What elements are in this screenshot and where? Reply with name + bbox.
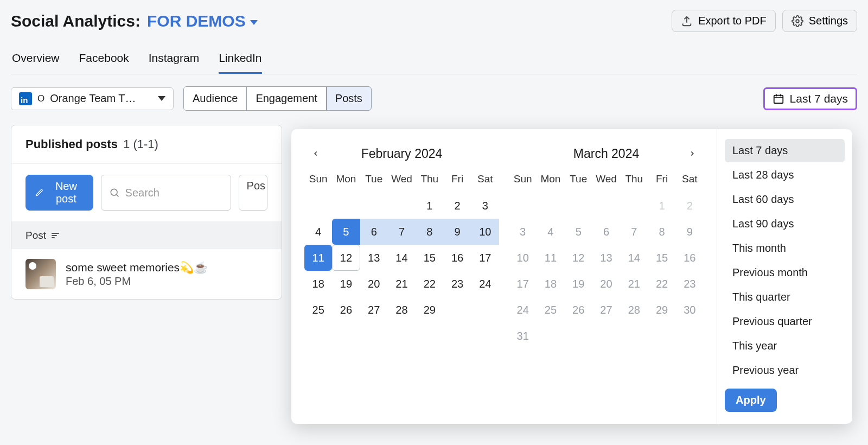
calendar-day[interactable]: 29 bbox=[416, 297, 443, 300]
date-range-button[interactable]: Last 7 days bbox=[763, 87, 857, 110]
calendar-day[interactable]: 17 bbox=[471, 245, 499, 271]
calendar-day[interactable]: 26 bbox=[565, 297, 592, 300]
calendar-day[interactable]: 2 bbox=[676, 193, 704, 219]
calendar-day[interactable]: 1 bbox=[416, 193, 443, 219]
calendar-day[interactable]: 24 bbox=[509, 297, 537, 300]
calendar-day[interactable]: 9 bbox=[443, 219, 471, 245]
calendar-day[interactable]: 23 bbox=[443, 271, 471, 297]
calendar-day[interactable]: 13 bbox=[360, 245, 388, 271]
account-selector[interactable]: in O Orange Team T… bbox=[11, 87, 174, 110]
calendar-prev-button[interactable] bbox=[308, 145, 324, 162]
calendar-day[interactable]: 26 bbox=[332, 297, 360, 300]
calendar-day[interactable]: 28 bbox=[620, 297, 648, 300]
calendar-day[interactable]: 5 bbox=[565, 219, 592, 245]
calendar-day[interactable]: 8 bbox=[416, 219, 443, 245]
calendar-day[interactable]: 21 bbox=[388, 271, 416, 297]
calendar-day[interactable]: 1 bbox=[648, 193, 675, 219]
calendar-day[interactable]: 18 bbox=[304, 271, 332, 297]
calendar-day[interactable]: 16 bbox=[443, 245, 471, 271]
settings-button[interactable]: Settings bbox=[782, 10, 857, 32]
calendar-day[interactable]: 12 bbox=[565, 245, 592, 271]
preset-option[interactable]: Last 7 days bbox=[725, 139, 845, 162]
calendar-day[interactable]: 25 bbox=[537, 297, 564, 300]
segment-engagement[interactable]: Engagement bbox=[247, 87, 326, 110]
calendar-day[interactable]: 11 bbox=[537, 245, 564, 271]
chevron-down-icon bbox=[158, 96, 165, 101]
calendar-day[interactable]: 13 bbox=[592, 245, 620, 271]
calendar-day[interactable]: 22 bbox=[416, 271, 443, 297]
calendar-day[interactable]: 30 bbox=[676, 297, 704, 300]
dow-label: Thu bbox=[416, 171, 443, 187]
preset-option[interactable]: This quarter bbox=[725, 285, 845, 300]
calendar-day[interactable]: 15 bbox=[416, 245, 443, 271]
calendar-day[interactable]: 28 bbox=[388, 297, 416, 300]
tab-linkedin[interactable]: LinkedIn bbox=[219, 52, 261, 74]
tab-facebook[interactable]: Facebook bbox=[79, 52, 129, 74]
calendar-day[interactable]: 22 bbox=[648, 271, 675, 297]
calendar-day[interactable]: 23 bbox=[676, 271, 704, 297]
calendar-day[interactable]: 14 bbox=[620, 245, 648, 271]
calendar-day[interactable]: 6 bbox=[360, 219, 388, 245]
calendar-day[interactable]: 12 bbox=[332, 245, 360, 271]
project-selector[interactable]: FOR DEMOS bbox=[147, 12, 258, 30]
calendar-day[interactable]: 21 bbox=[620, 271, 648, 297]
calendar-day[interactable]: 27 bbox=[360, 297, 388, 300]
calendar-day[interactable]: 25 bbox=[304, 297, 332, 300]
calendar-day[interactable]: 19 bbox=[332, 271, 360, 297]
calendar-day[interactable]: 4 bbox=[537, 219, 564, 245]
table-row[interactable]: some sweet memories💫☕Feb 6, 05 PM bbox=[11, 249, 282, 299]
search-icon bbox=[109, 187, 120, 198]
preset-option[interactable]: Last 60 days bbox=[725, 188, 845, 211]
tab-instagram[interactable]: Instagram bbox=[149, 52, 199, 74]
tab-overview[interactable]: Overview bbox=[12, 52, 60, 74]
calendar-day[interactable]: 2 bbox=[443, 193, 471, 219]
table-header[interactable]: Post bbox=[11, 222, 282, 249]
calendar-day[interactable]: 9 bbox=[676, 219, 704, 245]
calendar-day[interactable]: 7 bbox=[620, 219, 648, 245]
calendar-day[interactable]: 6 bbox=[592, 219, 620, 245]
search-input[interactable]: Search bbox=[101, 175, 231, 211]
calendar-day[interactable]: 20 bbox=[592, 271, 620, 297]
month-title: February 2024 bbox=[304, 147, 499, 161]
export-pdf-button[interactable]: Export to PDF bbox=[672, 10, 776, 32]
pencil-icon bbox=[35, 187, 43, 198]
calendar-day[interactable]: 3 bbox=[509, 219, 537, 245]
calendar-day[interactable]: 15 bbox=[648, 245, 675, 271]
date-range-label: Last 7 days bbox=[790, 92, 848, 105]
segment-audience[interactable]: Audience bbox=[184, 87, 247, 110]
calendar-day[interactable]: 18 bbox=[537, 271, 564, 297]
calendar-day[interactable]: 16 bbox=[676, 245, 704, 271]
new-post-button[interactable]: New post bbox=[25, 175, 93, 211]
preset-option[interactable]: This month bbox=[725, 237, 845, 260]
preset-option[interactable]: Previous month bbox=[725, 261, 845, 284]
calendar-day[interactable]: 17 bbox=[509, 271, 537, 297]
calendar-day[interactable]: 8 bbox=[648, 219, 675, 245]
calendar-day[interactable]: 14 bbox=[388, 245, 416, 271]
filter-dropdown-cut[interactable]: Pos bbox=[239, 175, 267, 211]
gear-icon bbox=[792, 15, 803, 27]
dow-label: Mon bbox=[332, 171, 360, 187]
calendar-day[interactable]: 20 bbox=[360, 271, 388, 297]
calendar-day[interactable]: 19 bbox=[565, 271, 592, 297]
preset-option[interactable]: Last 28 days bbox=[725, 163, 845, 187]
dow-label: Tue bbox=[565, 171, 592, 187]
calendar-day[interactable]: 10 bbox=[471, 219, 499, 245]
segment-posts[interactable]: Posts bbox=[326, 86, 372, 111]
calendar-day[interactable]: 5 bbox=[332, 219, 360, 245]
calendar-day[interactable]: 3 bbox=[471, 193, 499, 219]
calendar-day[interactable]: 10 bbox=[509, 245, 537, 271]
calendar-day[interactable]: 11 bbox=[304, 245, 332, 271]
calendar-day[interactable]: 29 bbox=[648, 297, 675, 300]
date-presets: Last 7 daysLast 28 daysLast 60 daysLast … bbox=[717, 129, 852, 300]
calendar-day[interactable]: 24 bbox=[471, 271, 499, 297]
calendar-day[interactable]: 4 bbox=[304, 219, 332, 245]
preset-option[interactable]: Last 90 days bbox=[725, 212, 845, 236]
calendar-next-button[interactable] bbox=[684, 145, 700, 162]
dow-label: Sun bbox=[304, 171, 332, 187]
calendar-day[interactable]: 7 bbox=[388, 219, 416, 245]
dow-label: Sun bbox=[509, 171, 537, 187]
calendar-day[interactable]: 27 bbox=[592, 297, 620, 300]
post-date: Feb 6, 05 PM bbox=[66, 275, 208, 288]
chevron-left-icon bbox=[312, 150, 320, 157]
month-title: March 2024 bbox=[509, 147, 704, 161]
